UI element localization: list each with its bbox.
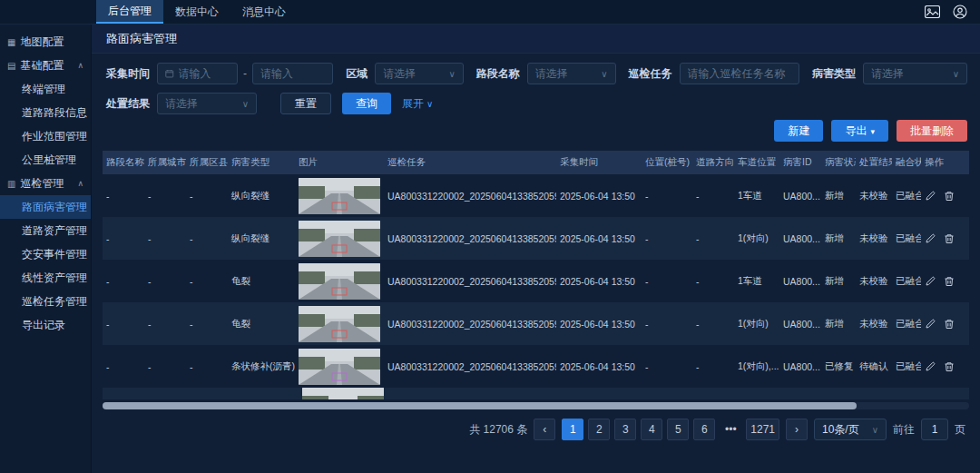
table-header-row: 路段名称所属城市所属区县病害类型图片巡检任务采集时间位置(桩号)道路方向车道位置… bbox=[103, 151, 969, 174]
sidebar-item[interactable]: ▥巡检管理∧ bbox=[0, 172, 91, 195]
sidebar-item[interactable]: ▦地图配置 bbox=[0, 30, 91, 54]
reset-button[interactable]: 重置 bbox=[280, 93, 331, 114]
sidebar-item[interactable]: 公里桩管理 bbox=[0, 148, 91, 172]
sidebar-item[interactable]: 终端管理 bbox=[0, 77, 91, 101]
sidebar-item-label: 交安事件管理 bbox=[22, 247, 87, 262]
sidebar-item[interactable]: 道路路段信息 bbox=[0, 101, 91, 124]
column-header: 融合状态 bbox=[892, 156, 921, 169]
topbar-tabs: 后台管理 数据中心 消息中心 bbox=[96, 0, 298, 24]
road-photo-thumbnail[interactable] bbox=[299, 349, 380, 385]
table-row: ---纵向裂缝UA800331220002_202506041338520592… bbox=[103, 174, 969, 217]
create-button[interactable]: 新建 bbox=[774, 120, 823, 142]
sidebar-item[interactable]: ▤基础配置∧ bbox=[0, 54, 91, 77]
task-input[interactable] bbox=[688, 67, 791, 80]
image-icon[interactable] bbox=[925, 5, 940, 18]
filter-label-result: 处置结果 bbox=[106, 96, 150, 112]
sidebar-item[interactable]: 巡检任务管理 bbox=[0, 290, 91, 313]
search-button[interactable]: 查询 bbox=[342, 93, 391, 114]
road-photo-thumbnail[interactable] bbox=[299, 306, 380, 342]
road-photo-thumbnail[interactable] bbox=[302, 388, 384, 399]
page-button-1271[interactable]: 1271 bbox=[746, 419, 779, 440]
delete-icon[interactable] bbox=[944, 276, 955, 287]
sidebar-item[interactable]: 作业范围管理 bbox=[0, 124, 91, 148]
batch-delete-button[interactable]: 批量删除 bbox=[897, 120, 967, 142]
app-window: 后台管理 数据中心 消息中心 ▦地图配置▤基础配置∧终端管理道路路段信息作业范围… bbox=[0, 0, 980, 473]
page-button-4[interactable]: 4 bbox=[641, 419, 662, 440]
date-end-input-wrap[interactable] bbox=[252, 63, 333, 84]
cell-county: - bbox=[186, 276, 228, 287]
page-button-3[interactable]: 3 bbox=[614, 419, 636, 440]
filter-row-1: 采集时间 - 区域 请选择 ∨ 路段名称 bbox=[104, 63, 967, 84]
page-button-1[interactable]: 1 bbox=[562, 419, 583, 440]
cell-fusion: 已融合 bbox=[892, 318, 921, 330]
sidebar-item[interactable]: 线性资产管理 bbox=[0, 266, 91, 290]
task-input-wrap[interactable] bbox=[680, 63, 799, 84]
cell-pos: - bbox=[642, 361, 692, 372]
sidebar-item[interactable]: 导出记录 bbox=[0, 313, 91, 337]
sidebar-item[interactable]: 交安事件管理 bbox=[0, 242, 91, 266]
pagination: 共 12706 条 ‹ 123456•••1271 › 10条/页 ∨ 前往 页 bbox=[92, 409, 980, 449]
date-start-input[interactable] bbox=[179, 67, 230, 80]
road-photo-thumbnail[interactable] bbox=[299, 263, 380, 300]
column-header: 巡检任务 bbox=[384, 156, 556, 169]
export-button[interactable]: 导出▾ bbox=[831, 120, 888, 142]
expand-filters-link[interactable]: 展开 ∨ bbox=[402, 96, 433, 112]
page-button-2[interactable]: 2 bbox=[588, 419, 610, 440]
filter-label-task: 巡检任务 bbox=[629, 66, 672, 82]
tab-data-center[interactable]: 数据中心 bbox=[163, 0, 230, 24]
edit-icon[interactable] bbox=[925, 233, 936, 244]
cell-image bbox=[295, 263, 384, 300]
road-name-select-placeholder: 请选择 bbox=[535, 66, 568, 82]
next-page-button[interactable]: › bbox=[786, 419, 808, 440]
road-photo-thumbnail[interactable] bbox=[299, 221, 380, 257]
sidebar-item-label: 线性资产管理 bbox=[22, 271, 87, 286]
sidebar-item-label: 公里桩管理 bbox=[22, 153, 76, 168]
cell-lane: 1(对向) bbox=[734, 318, 779, 330]
calendar-icon bbox=[165, 68, 174, 79]
date-end-input[interactable] bbox=[260, 67, 325, 80]
cell-city: - bbox=[144, 191, 186, 202]
edit-icon[interactable] bbox=[925, 276, 936, 287]
date-start-input-wrap[interactable] bbox=[157, 63, 238, 84]
delete-icon[interactable] bbox=[944, 191, 955, 202]
cell-time: 2025-06-04 13:50 bbox=[556, 319, 642, 330]
page-size-select[interactable]: 10条/页 ∨ bbox=[814, 419, 887, 440]
cell-lane: 1(对向) bbox=[734, 232, 779, 245]
sidebar-item-label: 巡检任务管理 bbox=[22, 294, 87, 310]
edit-icon[interactable] bbox=[925, 361, 936, 372]
sidebar-item[interactable]: 路面病害管理 bbox=[0, 195, 91, 219]
user-avatar-icon[interactable] bbox=[953, 5, 967, 19]
road-photo-thumbnail[interactable] bbox=[299, 178, 380, 214]
delete-icon[interactable] bbox=[944, 361, 955, 372]
cell-result: 未校验 bbox=[856, 190, 892, 202]
result-select[interactable]: 请选择 ∨ bbox=[157, 93, 257, 114]
tab-backend-management[interactable]: 后台管理 bbox=[96, 0, 163, 24]
scrollbar-thumb[interactable] bbox=[103, 402, 857, 409]
page-button-5[interactable]: 5 bbox=[667, 419, 689, 440]
tab-message-center[interactable]: 消息中心 bbox=[230, 0, 298, 24]
column-header: 处置结果 bbox=[856, 156, 892, 169]
disease-type-select[interactable]: 请选择 ∨ bbox=[863, 63, 967, 84]
chevron-down-icon: ∨ bbox=[872, 425, 878, 435]
horizontal-scrollbar[interactable] bbox=[103, 402, 969, 409]
cell-status: 已修复 bbox=[821, 360, 856, 373]
table-row-partial bbox=[103, 388, 969, 399]
prev-page-button[interactable]: ‹ bbox=[534, 419, 555, 440]
sidebar-item[interactable]: 道路资产管理 bbox=[0, 219, 91, 242]
road-name-select[interactable]: 请选择 ∨ bbox=[527, 63, 616, 84]
cell-fusion: 已融合 bbox=[892, 275, 921, 288]
delete-icon[interactable] bbox=[944, 233, 955, 244]
page-size-value: 10条/页 bbox=[822, 422, 859, 438]
region-select[interactable]: 请选择 ∨ bbox=[375, 63, 464, 84]
edit-icon[interactable] bbox=[925, 191, 936, 202]
page-button-6[interactable]: 6 bbox=[693, 419, 715, 440]
goto-page-input[interactable] bbox=[921, 419, 948, 440]
cell-county: - bbox=[186, 233, 228, 244]
page-ellipsis[interactable]: ••• bbox=[720, 419, 741, 440]
cell-id: UA800... bbox=[779, 276, 821, 287]
delete-icon[interactable] bbox=[944, 319, 955, 330]
cell-fusion: 已融合 bbox=[892, 190, 921, 202]
filter-label-disease-type: 病害类型 bbox=[812, 66, 856, 82]
edit-icon[interactable] bbox=[925, 319, 936, 330]
table-row: ---龟裂UA800331220002_20250604133852059202… bbox=[103, 260, 969, 302]
